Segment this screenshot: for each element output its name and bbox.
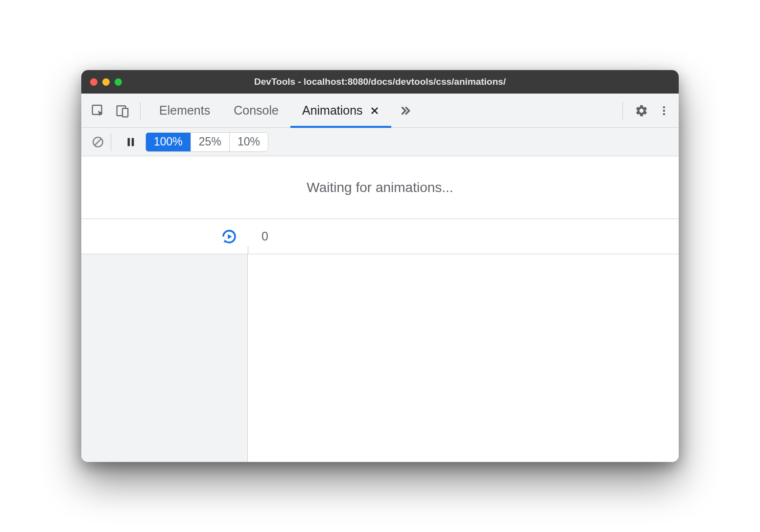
tab-console[interactable]: Console [222, 94, 290, 128]
kebab-menu-icon[interactable] [654, 101, 674, 121]
maximize-window-button[interactable] [115, 78, 122, 86]
tab-elements[interactable]: Elements [147, 94, 222, 128]
svg-rect-2 [122, 108, 128, 117]
svg-point-5 [663, 113, 665, 115]
svg-point-3 [663, 106, 665, 108]
waiting-text: Waiting for animations... [307, 180, 453, 195]
speed-10-label: 10% [238, 135, 260, 148]
timeline-body-left [81, 254, 248, 462]
animations-control-bar: 100% 25% 10% [81, 128, 679, 156]
replay-icon[interactable] [220, 228, 238, 245]
clear-icon[interactable] [88, 132, 108, 152]
speed-100-button[interactable]: 100% [146, 133, 190, 151]
timeline-body [81, 254, 679, 462]
tab-console-label: Console [234, 103, 279, 118]
svg-rect-9 [132, 138, 134, 146]
speed-25-button[interactable]: 25% [190, 133, 229, 151]
close-window-button[interactable] [90, 78, 97, 86]
speed-25-label: 25% [199, 135, 221, 148]
svg-rect-8 [128, 138, 130, 146]
inspect-element-icon[interactable] [88, 101, 108, 121]
tab-strip: Elements Console Animations [81, 94, 679, 128]
svg-line-7 [95, 139, 101, 145]
playback-speed-group: 100% 25% 10% [145, 132, 268, 152]
tab-elements-label: Elements [159, 103, 210, 118]
control-divider [111, 133, 111, 151]
timeline-header-left [81, 219, 248, 254]
minimize-window-button[interactable] [102, 78, 110, 86]
speed-100-label: 100% [154, 135, 183, 148]
titlebar: DevTools - localhost:8080/docs/devtools/… [81, 70, 679, 94]
timeline-header-right: 0 [248, 219, 679, 254]
traffic-lights [90, 78, 122, 86]
waiting-panel: Waiting for animations... [81, 156, 679, 219]
pause-icon[interactable] [121, 132, 141, 152]
toolbar-divider-right [622, 102, 623, 120]
tab-animations-label: Animations [302, 103, 363, 118]
devtools-window: DevTools - localhost:8080/docs/devtools/… [81, 70, 679, 462]
speed-10-button[interactable]: 10% [229, 133, 268, 151]
timeline-tick-zero [248, 246, 248, 254]
toolbar-divider [140, 102, 141, 120]
window-title: DevTools - localhost:8080/docs/devtools/… [254, 76, 506, 87]
timeline-zero-label: 0 [261, 229, 268, 243]
close-icon[interactable] [370, 106, 380, 116]
device-toolbar-icon[interactable] [113, 101, 132, 121]
gear-icon[interactable] [632, 101, 651, 121]
tab-animations[interactable]: Animations [290, 94, 391, 128]
svg-point-4 [663, 109, 665, 111]
timeline-body-right [248, 254, 679, 462]
timeline-header: 0 [81, 219, 679, 254]
more-tabs-button[interactable] [391, 94, 420, 128]
